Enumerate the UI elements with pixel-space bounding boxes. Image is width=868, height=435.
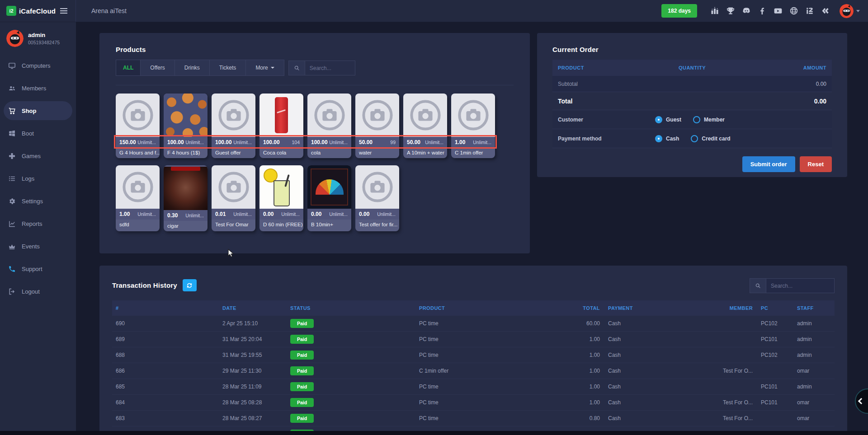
product-card-sdfd[interactable]: 1.00Unlimit...sdfd (116, 165, 160, 231)
sidebar-item-computers[interactable]: Computers (4, 56, 72, 75)
icafecloud-icon[interactable] (805, 6, 814, 15)
cell-id: 685 (116, 384, 222, 390)
transaction-row-683[interactable]: 68328 Mar 25 08:27PaidPC time0.80CashTes… (112, 411, 835, 426)
product-card-d-60-min-free[interactable]: 0.00Unlimit...D 60 min (FREE) (259, 165, 303, 231)
product-card-cigar[interactable]: 0.30Unlimit...cigar (164, 165, 208, 231)
globe-icon[interactable] (789, 6, 798, 15)
products-tabs: ALLOffersDrinksTicketsMore (116, 60, 514, 76)
cell-date: 31 Mar 25 20:04 (222, 336, 290, 342)
sidebar-item-support[interactable]: Support (4, 259, 72, 278)
product-card-coca-cola[interactable]: 100.00104Coca cola (259, 94, 303, 158)
submit-order-button[interactable]: Submit order (742, 156, 795, 172)
sidebar-item-label: Computers (22, 62, 51, 69)
cell-staff: admin (789, 336, 831, 342)
icafecloud-logo-icon: i2 (6, 6, 16, 16)
hamburger-menu-icon[interactable] (58, 6, 69, 15)
product-card-test-for-omar[interactable]: 0.01Unlimit...Test For Omar (212, 165, 255, 231)
facebook-icon[interactable] (758, 6, 767, 15)
product-card-c-1min-offer[interactable]: 1.00Unlimit...C 1min offer (451, 94, 495, 158)
tab-all[interactable]: ALL (116, 60, 141, 76)
product-name: water (355, 148, 399, 158)
payment-option-cash[interactable]: Cash (655, 135, 679, 142)
product-card-b-10min[interactable]: 0.00Unlimit...B 10min+ (307, 165, 351, 231)
sidebar-item-members[interactable]: Members (4, 79, 72, 98)
discord-icon[interactable] (742, 6, 751, 15)
tab-more[interactable]: More (245, 60, 284, 76)
cell-member: Test For O... (716, 399, 753, 406)
cell-payment: Cash (600, 384, 716, 390)
product-card-f-4-hours-1[interactable]: 100.00Unlimit...F 4 hours (1$) (164, 94, 208, 158)
trophy-icon[interactable] (726, 6, 735, 15)
customer-option-label: Member (704, 117, 725, 123)
transaction-row-686[interactable]: 68629 Mar 25 11:30PaidC 1min offer1.00Ca… (112, 363, 835, 379)
product-price-row: 100.00Unlimit... (307, 137, 351, 148)
transaction-row-685[interactable]: 68528 Mar 25 11:09PaidPC time1.00CashPC1… (112, 379, 835, 395)
sidebar-item-reports[interactable]: Reports (4, 214, 72, 233)
product-price: 1.00 (455, 139, 465, 145)
order-col-amount: AMOUNT (737, 65, 826, 70)
customer-option-guest[interactable]: Guest (655, 116, 681, 123)
tab-offers[interactable]: Offers (140, 60, 175, 76)
transaction-row-690[interactable]: 6902 Apr 25 15:10PaidPC time60.00CashPC1… (112, 316, 835, 332)
sidebar-item-shop[interactable]: Shop (4, 101, 72, 120)
sidebar-item-logout[interactable]: Logout (4, 282, 72, 301)
youtube-icon[interactable] (774, 6, 783, 15)
cell-payment: Cash (600, 368, 716, 374)
product-name: Coca cola (259, 148, 303, 158)
product-card-water[interactable]: 50.0099water (355, 94, 399, 158)
cell-id: 686 (116, 368, 222, 374)
radio-unselected-icon (691, 135, 698, 142)
products-divider (116, 85, 514, 85)
chevron-left-icon (858, 398, 864, 404)
cell-status: Paid (290, 351, 419, 360)
cell-total: 1.00 (568, 352, 600, 358)
layers-icon[interactable] (821, 6, 830, 15)
customer-label: Customer (558, 117, 655, 123)
sidebar-item-boot[interactable]: Boot (4, 124, 72, 143)
search-icon[interactable] (750, 278, 766, 293)
sidebar-item-games[interactable]: Games (4, 146, 72, 165)
product-card-a-10min-water[interactable]: 50.00Unlimit...A 10min + water (403, 94, 447, 158)
cell-product: PC time (419, 384, 568, 390)
sidebar-item-settings[interactable]: Settings (4, 192, 72, 210)
horizontal-scrollbar[interactable] (0, 431, 868, 435)
days-badge[interactable]: 182 days (661, 4, 697, 18)
product-price-row: 0.00Unlimit... (355, 209, 399, 220)
product-price: 0.01 (215, 211, 226, 217)
user-avatar (6, 30, 24, 47)
refresh-icon-button[interactable] (183, 279, 197, 291)
product-image-placeholder (451, 94, 495, 137)
user-menu[interactable] (840, 4, 860, 18)
radio-unselected-icon (693, 116, 700, 123)
user-id: 005193482475 (28, 40, 60, 45)
cell-status: Paid (290, 398, 419, 407)
tab-drinks[interactable]: Drinks (175, 60, 210, 76)
transaction-row-688[interactable]: 68831 Mar 25 19:55PaidPC time1.00CashPC1… (112, 347, 835, 363)
transaction-row-684[interactable]: 68428 Mar 25 08:28PaidPC time1.00CashTes… (112, 395, 835, 411)
transaction-row-689[interactable]: 68931 Mar 25 20:04PaidPC time1.00CashPC1… (112, 332, 835, 347)
settings-icon (8, 197, 16, 205)
column-header-total: TOTAL (568, 305, 600, 311)
product-card-cola[interactable]: 100.00Unlimit...cola (307, 94, 351, 158)
products-row-1: 150.00Unlimit...G 4 Hours and f...100.00… (116, 94, 514, 158)
sidebar-item-logs[interactable]: Logs (4, 169, 72, 188)
product-card-g-4-hours-and-f[interactable]: 150.00Unlimit...G 4 Hours and f... (116, 94, 160, 158)
sidebar-user-block[interactable]: admin 005193482475 (0, 22, 76, 52)
cell-total: 1.00 (568, 368, 600, 374)
product-image-skulls (164, 94, 208, 137)
product-card-guest-offer[interactable]: 100.00Unlimit...Guest offer (212, 94, 255, 158)
reset-button[interactable]: Reset (800, 156, 832, 172)
products-search-input[interactable] (305, 61, 355, 75)
cell-member: Test For O... (716, 368, 753, 374)
column-header-member: MEMBER (716, 305, 753, 311)
sidebar-item-events[interactable]: Events (4, 237, 72, 256)
payment-option-credit-card[interactable]: Credit card (691, 135, 730, 142)
transactions-search-input[interactable] (766, 278, 835, 293)
tab-label: Drinks (184, 65, 200, 71)
search-icon[interactable] (288, 61, 305, 75)
product-card-test-offer-for-fir[interactable]: 0.00Unlimit...Test offer for fir... (355, 165, 399, 231)
customer-option-member[interactable]: Member (693, 116, 725, 123)
tab-tickets[interactable]: Tickets (209, 60, 246, 76)
brand-logo[interactable]: i2 iCafeCloud (6, 6, 56, 16)
ranking-icon[interactable] (710, 6, 719, 15)
